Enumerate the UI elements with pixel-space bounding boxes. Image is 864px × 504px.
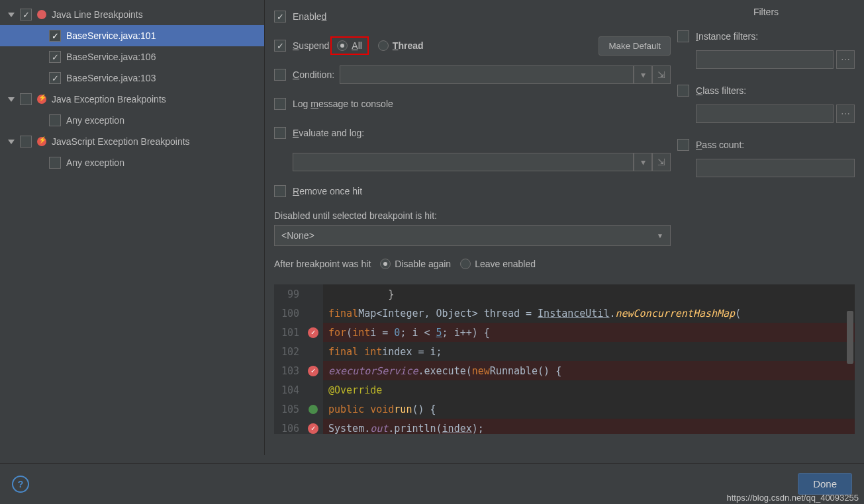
pass-count-checkbox[interactable] [677,139,689,151]
filters-title: Filters [677,7,855,17]
evaluate-checkbox[interactable] [274,127,286,139]
suspend-all-radio[interactable] [337,40,348,51]
gutter[interactable]: ✓ [303,361,323,380]
enabled-checkbox[interactable] [274,11,286,22]
breakpoint-gutter-icon[interactable]: ✓ [308,366,318,376]
item-label: BaseService.java:106 [66,52,156,62]
suspend-checkbox[interactable] [274,40,286,52]
help-icon[interactable]: ? [12,476,29,493]
disable-again-radio[interactable] [380,259,391,269]
disabled-until-label: Disabled until selected breakpoint is hi… [274,210,671,221]
code-line[interactable]: 100 final Map<Integer, Object> thread = … [274,304,855,323]
tree-item[interactable]: BaseService.java:103 [0,67,264,89]
code-text: for (int i = 0; i < 5; i++) { [323,323,855,342]
tree-group[interactable]: JavaScript Exception Breakpoints [0,131,264,152]
tree-item[interactable]: Any exception [0,152,264,173]
code-line[interactable]: 102 final int index = i; [274,342,855,361]
tree-group[interactable]: Java Line Breakpoints [0,4,264,25]
code-line[interactable]: 106 ✓ System.out.println(index); [274,419,855,434]
group-checkbox[interactable] [20,9,32,21]
breakpoint-gutter-icon[interactable]: ✓ [308,327,318,338]
pass-count-field[interactable] [696,159,855,177]
gutter[interactable] [303,342,323,361]
group-label: Java Exception Breakpoints [52,94,166,105]
condition-label: Condition: [293,69,334,80]
line-number: 104 [274,380,303,399]
code-line[interactable]: 105 public void run() { [274,399,855,419]
code-line[interactable]: 104 @Override [274,380,855,399]
gutter[interactable] [303,399,323,419]
gutter[interactable]: ✓ [303,419,323,434]
line-number: 101 [274,323,303,342]
tree-item[interactable]: BaseService.java:101 [0,25,264,46]
code-text: @Override [323,380,855,399]
breakpoint-tree: Java Line Breakpoints BaseService.java:1… [0,0,265,455]
item-label: BaseService.java:103 [66,73,156,83]
breakpoint-icon [37,137,46,146]
code-preview[interactable]: 99 }100 final Map<Integer, Object> threa… [274,284,855,434]
gutter[interactable] [303,380,323,399]
line-number: 100 [274,304,303,323]
item-label: BaseService.java:101 [66,30,156,41]
remove-once-checkbox[interactable] [274,185,286,197]
after-hit-label: After breakpoint was hit [274,259,371,269]
pass-count-label: Pass count: [696,140,744,150]
enabled-label: Enabled [293,11,326,22]
expand-arrow-icon[interactable] [8,13,15,17]
code-line[interactable]: 101 ✓ for (int i = 0; i < 5; i++) { [274,323,855,342]
leave-enabled-radio[interactable] [460,259,471,269]
done-button[interactable]: Done [798,473,852,495]
tree-item[interactable]: Any exception [0,110,264,131]
evaluate-field[interactable] [293,153,634,171]
bottom-bar: ? Done https://blog.csdn.net/qq_40093255 [0,463,864,504]
line-number: 99 [274,284,303,304]
instance-filters-checkbox[interactable] [677,30,689,42]
code-text: executorService.execute(new Runnable() { [323,361,855,380]
class-filters-checkbox[interactable] [677,85,689,97]
code-text: public void run() { [323,399,855,419]
gutter[interactable] [303,284,323,304]
make-default-button[interactable]: Make Default [599,36,671,56]
code-text: final Map<Integer, Object> thread = Inst… [323,304,855,323]
group-checkbox[interactable] [20,93,32,105]
tree-group[interactable]: Java Exception Breakpoints [0,89,264,110]
condition-expand-icon[interactable]: ⇲ [652,65,671,84]
line-number: 103 [274,361,303,380]
expand-arrow-icon[interactable] [8,97,15,102]
evaluate-expand-icon[interactable]: ⇲ [652,153,671,171]
class-filters-field[interactable] [696,105,834,123]
class-filters-more-icon[interactable]: ⋯ [836,105,855,123]
instance-filters-more-icon[interactable]: ⋯ [836,50,855,69]
condition-checkbox[interactable] [274,69,286,81]
item-checkbox[interactable] [49,30,61,42]
gutter[interactable] [303,304,323,323]
class-filters-label: Class filters: [696,85,746,96]
condition-dropdown-icon[interactable]: ▾ [634,65,652,84]
group-label: Java Line Breakpoints [52,9,143,20]
item-label: Any exception [66,157,124,168]
item-checkbox[interactable] [49,157,61,169]
line-number: 106 [274,419,303,434]
item-checkbox[interactable] [49,114,61,126]
leave-enabled-label: Leave enabled [475,259,536,269]
code-text: final int index = i; [323,342,855,361]
condition-field[interactable] [340,65,634,84]
evaluate-dropdown-icon[interactable]: ▾ [634,153,652,171]
line-number: 102 [274,342,303,361]
code-line[interactable]: 103 ✓ executorService.execute(new Runnab… [274,361,855,380]
override-gutter-icon[interactable] [309,405,318,414]
item-checkbox[interactable] [49,51,61,63]
code-line[interactable]: 99 } [274,284,855,304]
instance-filters-field[interactable] [696,50,834,69]
breakpoint-gutter-icon[interactable]: ✓ [308,423,318,434]
gutter[interactable]: ✓ [303,323,323,342]
item-checkbox[interactable] [49,72,61,84]
disabled-until-select[interactable]: <None> [274,225,671,246]
suspend-thread-radio[interactable] [378,40,389,51]
scrollbar-thumb[interactable] [847,311,853,364]
log-checkbox[interactable] [274,98,286,110]
group-checkbox[interactable] [20,136,32,147]
tree-item[interactable]: BaseService.java:106 [0,46,264,67]
group-label: JavaScript Exception Breakpoints [52,136,190,147]
expand-arrow-icon[interactable] [8,140,15,144]
